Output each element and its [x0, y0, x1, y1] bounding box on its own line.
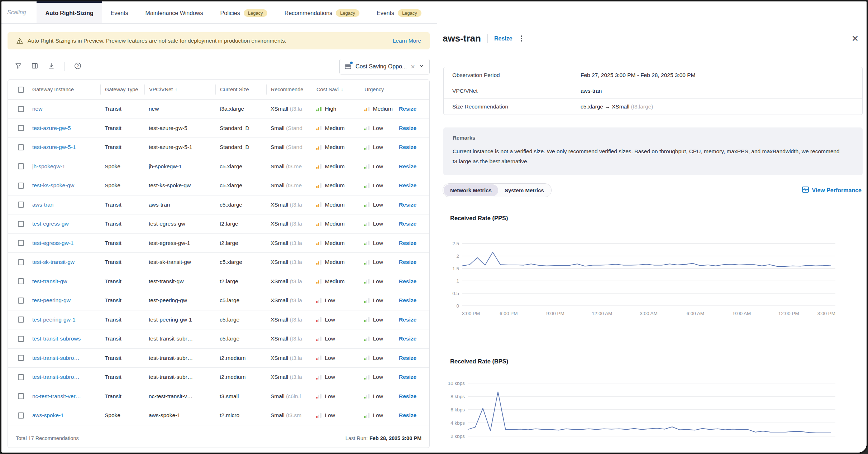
- row-checkbox[interactable]: [18, 336, 24, 342]
- gateway-instance-link[interactable]: test-peering-gw: [32, 297, 71, 303]
- tab-events-legacy[interactable]: EventsLegacy: [368, 1, 430, 23]
- row-checkbox[interactable]: [18, 183, 24, 189]
- cost-saving-cell: Medium: [312, 221, 360, 227]
- metrics-tab-system-metrics[interactable]: System Metrics: [498, 184, 550, 196]
- gateway-instance-link[interactable]: test-sk-transit-gw: [32, 259, 75, 265]
- preset-active-dot: [349, 61, 353, 65]
- gateway-instance-link[interactable]: nc-test-transit-ver…: [32, 393, 81, 399]
- row-checkbox[interactable]: [18, 355, 24, 361]
- resize-button[interactable]: Resize: [394, 221, 416, 227]
- recommended-size-cell: XSmall (t3.la: [266, 297, 312, 304]
- download-icon[interactable]: [48, 62, 55, 71]
- row-checkbox[interactable]: [18, 221, 24, 227]
- row-checkbox[interactable]: [18, 125, 24, 131]
- urgency-bars-icon: [364, 260, 369, 265]
- gateway-instance-link[interactable]: aws-tran: [32, 202, 53, 208]
- gateway-instance-link[interactable]: test-egress-gw-1: [32, 240, 73, 246]
- more-actions-icon[interactable]: [519, 35, 525, 42]
- resize-button[interactable]: Resize: [394, 317, 416, 323]
- current-size-cell: c5.large: [215, 335, 266, 342]
- tab-policies-legacy[interactable]: PoliciesLegacy: [212, 1, 276, 23]
- preset-filter-select[interactable]: Cost Saving Oppo... ×: [339, 59, 430, 74]
- row-checkbox[interactable]: [18, 259, 24, 265]
- gateway-instance-link[interactable]: test-azure-gw-5: [32, 125, 71, 131]
- current-size-cell: Standard_D: [215, 125, 266, 131]
- tab-auto-right-sizing[interactable]: Auto Right-Sizing: [37, 1, 102, 23]
- current-size-cell: c5.xlarge: [215, 163, 266, 170]
- recommended-size-cell: Small (c6in.l: [266, 393, 312, 400]
- panel-resize-button[interactable]: Resize: [494, 35, 512, 42]
- col-header-recommended[interactable]: Recommende: [266, 84, 312, 95]
- svg-text:0: 0: [456, 303, 459, 309]
- row-checkbox[interactable]: [18, 106, 24, 112]
- svg-text:9:00 AM: 9:00 AM: [733, 311, 751, 316]
- gateway-instance-link[interactable]: test-transit-subro…: [32, 374, 80, 380]
- metrics-tab-network-metrics[interactable]: Network Metrics: [444, 184, 498, 196]
- col-header-current-size[interactable]: Current Size: [215, 84, 266, 95]
- columns-icon[interactable]: [31, 62, 38, 71]
- row-checkbox[interactable]: [18, 298, 24, 304]
- resize-button[interactable]: Resize: [394, 182, 416, 188]
- tab-maintenance-windows[interactable]: Maintenance Windows: [137, 1, 212, 23]
- chevron-down-icon[interactable]: [419, 63, 424, 70]
- resize-button[interactable]: Resize: [394, 297, 416, 303]
- urgency-bars-icon: [364, 356, 369, 360]
- gateway-instance-link[interactable]: test-transit-subrows: [32, 335, 81, 342]
- resize-button[interactable]: Resize: [394, 240, 416, 246]
- gateway-instance-link[interactable]: test-transit-subro…: [32, 355, 80, 361]
- resize-button[interactable]: Resize: [394, 374, 416, 380]
- resize-button[interactable]: Resize: [394, 144, 416, 150]
- resize-button[interactable]: Resize: [394, 278, 416, 284]
- detail-value: Feb 27, 2025 3:00 PM - Feb 28, 2025 3:00…: [581, 72, 862, 78]
- resize-button[interactable]: Resize: [394, 393, 416, 399]
- col-header-vpc-vnet[interactable]: VPC/VNet↑: [144, 84, 215, 95]
- row-checkbox[interactable]: [18, 374, 24, 380]
- tab-recommendations-legacy[interactable]: RecommendationsLegacy: [276, 1, 368, 23]
- row-checkbox[interactable]: [18, 240, 24, 246]
- gateway-instance-link[interactable]: test-transit-gw: [32, 278, 67, 284]
- gateway-instance-link[interactable]: aws-spoke-1: [32, 412, 64, 418]
- gateway-instance-link[interactable]: test-peering-gw-1: [32, 317, 76, 323]
- resize-button[interactable]: Resize: [394, 412, 416, 418]
- row-checkbox[interactable]: [18, 393, 24, 399]
- clear-filter-icon[interactable]: ×: [411, 63, 415, 70]
- col-header-cost-saving[interactable]: Cost Savi↓: [312, 84, 360, 95]
- current-size-cell: c5.xlarge: [215, 182, 266, 189]
- saved-view-icon: [344, 63, 352, 71]
- resize-button[interactable]: Resize: [394, 125, 416, 131]
- gateway-instance-link[interactable]: test-azure-gw-5-1: [32, 144, 76, 150]
- gateway-instance-link[interactable]: test-ks-spoke-gw: [32, 182, 74, 188]
- svg-text:2.5: 2.5: [452, 241, 459, 246]
- select-all-checkbox[interactable]: [18, 87, 24, 93]
- vpc-vnet-cell: test-ks-spoke-gw: [144, 182, 215, 189]
- gateway-instance-link[interactable]: jh-spokegw-1: [32, 163, 65, 169]
- row-checkbox[interactable]: [18, 317, 24, 323]
- svg-text:6 kbps: 6 kbps: [450, 407, 465, 412]
- row-checkbox[interactable]: [18, 202, 24, 208]
- help-icon[interactable]: ?: [74, 62, 82, 71]
- row-checkbox[interactable]: [18, 163, 24, 169]
- metrics-segmented-control: Network MetricsSystem Metrics: [443, 183, 552, 197]
- col-header-urgency[interactable]: Urgency: [360, 84, 394, 95]
- tab-events[interactable]: Events: [102, 1, 137, 23]
- row-checkbox[interactable]: [18, 278, 24, 284]
- close-icon[interactable]: ✕: [852, 34, 859, 43]
- col-header-gateway-instance[interactable]: Gateway Instance: [28, 84, 100, 95]
- row-checkbox[interactable]: [18, 144, 24, 150]
- resize-button[interactable]: Resize: [394, 355, 416, 361]
- cost-saving-bars-icon: [316, 107, 321, 111]
- gateway-instance-link[interactable]: test-egress-gw: [32, 221, 69, 227]
- col-header-gateway-type[interactable]: Gateway Type: [100, 84, 144, 95]
- resize-button[interactable]: Resize: [394, 202, 416, 208]
- warning-icon: [16, 37, 23, 44]
- resize-button[interactable]: Resize: [394, 259, 416, 265]
- resize-button[interactable]: Resize: [394, 163, 416, 169]
- resize-button[interactable]: Resize: [394, 106, 416, 112]
- gateway-instance-link[interactable]: new: [32, 106, 42, 112]
- resize-button[interactable]: Resize: [394, 335, 416, 342]
- view-performance-link[interactable]: View Performance: [802, 186, 862, 195]
- learn-more-link[interactable]: Learn More: [393, 38, 421, 44]
- urgency-bars-icon: [364, 145, 369, 150]
- row-checkbox[interactable]: [18, 412, 24, 419]
- filter-icon[interactable]: [15, 62, 22, 71]
